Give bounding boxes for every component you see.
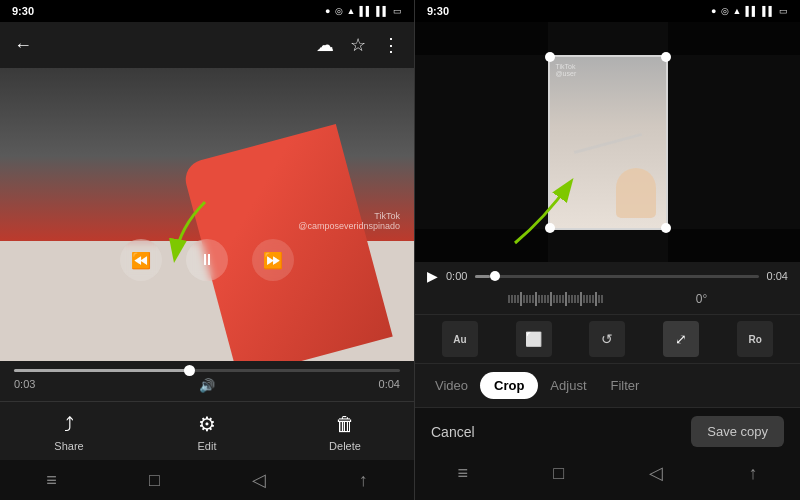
nav-back-icon[interactable]: ◁ — [252, 469, 266, 491]
watermark-line2: @camposeveridnspinado — [298, 221, 400, 231]
tab-video[interactable]: Video — [423, 370, 480, 401]
right-panel: 9:30 ● ◎ ▲ ▌▌ ▌▌ ▭ TikTok @u — [415, 0, 800, 500]
left-status-icons: ● ◎ ▲ ▌▌ ▌▌ ▭ — [325, 6, 402, 16]
share-icon: ⤴ — [64, 413, 74, 436]
left-nav-bar: ≡ □ ◁ ↑ — [0, 460, 414, 500]
angle-value: 0° — [696, 292, 707, 306]
right-timeline-fill — [475, 275, 489, 278]
crop-resize-tool-button[interactable]: ⤢ — [663, 321, 699, 357]
crop-corner-br[interactable] — [661, 223, 671, 233]
delete-icon: 🗑 — [335, 413, 355, 436]
screen-container: 9:30 ● ◎ ▲ ▌▌ ▌▌ ▭ ← ☁ ☆ ⋮ — [0, 0, 800, 500]
delete-label: Delete — [329, 440, 361, 452]
current-time: 0:03 — [14, 378, 35, 393]
video-area: ⏪ ⏸ ⏩ TikTok @camposeveridnspinado — [0, 68, 414, 361]
right-status-icons: ● ◎ ▲ ▌▌ ▌▌ ▭ — [711, 6, 788, 16]
timeline-area: 0:03 🔊 0:04 — [0, 361, 414, 401]
right-bottom-bar: Cancel Save copy — [415, 407, 800, 455]
edit-label: Edit — [198, 440, 217, 452]
more-icon[interactable]: ⋮ — [382, 34, 400, 56]
inner-watermark: TikTok @user — [556, 63, 577, 77]
video-preview-area: TikTok @user — [415, 22, 800, 262]
dim-bottom — [415, 229, 800, 262]
nav-home-icon[interactable]: □ — [149, 470, 160, 491]
right-nav-home-icon[interactable]: □ — [553, 463, 564, 484]
timeline-progress — [14, 369, 188, 372]
timeline-dot — [184, 365, 195, 376]
left-status-time: 9:30 — [12, 5, 34, 17]
dim-left — [415, 22, 548, 262]
dim-top — [415, 22, 800, 55]
playback-controls: ⏪ ⏸ ⏩ — [0, 239, 414, 281]
pause-button[interactable]: ⏸ — [186, 239, 228, 281]
timeline-bar[interactable] — [14, 369, 400, 372]
top-bar-icons: ☁ ☆ ⋮ — [316, 34, 400, 56]
right-status-bar: 9:30 ● ◎ ▲ ▌▌ ▌▌ ▭ — [415, 0, 800, 22]
preview-inner: TikTok @user — [550, 57, 666, 228]
left-top-bar: ← ☁ ☆ ⋮ — [0, 22, 414, 68]
nav-up-icon[interactable]: ↑ — [359, 470, 368, 491]
right-play-button[interactable]: ▶ — [427, 268, 438, 284]
right-nav-bar: ≡ □ ◁ ↑ — [415, 455, 800, 491]
right-total-time: 0:04 — [767, 270, 788, 282]
rewind-button[interactable]: ⏪ — [120, 239, 162, 281]
total-time: 0:04 — [379, 378, 400, 393]
angle-ruler — [508, 292, 688, 306]
nav-menu-icon[interactable]: ≡ — [46, 470, 57, 491]
hand-shape — [616, 168, 656, 218]
frame-tool-button[interactable]: ⬜ — [516, 321, 552, 357]
right-status-time: 9:30 — [427, 5, 449, 17]
star-icon[interactable]: ☆ — [350, 34, 366, 56]
edit-action[interactable]: ⚙ Edit — [177, 412, 237, 452]
timeline-times: 0:03 🔊 0:04 — [14, 378, 400, 393]
right-timeline-dot — [490, 271, 500, 281]
rotate-right-tool-button[interactable]: Ro — [737, 321, 773, 357]
crop-frame[interactable]: TikTok @user — [548, 55, 668, 230]
cancel-button[interactable]: Cancel — [431, 424, 475, 440]
tiktok-watermark: TikTok @camposeveridnspinado — [298, 211, 400, 231]
share-label: Share — [54, 440, 83, 452]
right-playback: ▶ 0:00 0:04 — [427, 268, 788, 284]
save-copy-button[interactable]: Save copy — [691, 416, 784, 447]
crop-corner-bl[interactable] — [545, 223, 555, 233]
rotate-tool-button[interactable]: ↺ — [589, 321, 625, 357]
crop-corner-tl[interactable] — [545, 52, 555, 62]
share-action[interactable]: ⤴ Share — [39, 413, 99, 452]
tool-row: Au ⬜ ↺ ⤢ Ro — [415, 314, 800, 363]
right-nav-back-icon[interactable]: ◁ — [649, 462, 663, 484]
right-timeline: ▶ 0:00 0:04 — [415, 262, 800, 314]
object-line — [573, 133, 641, 154]
upload-icon[interactable]: ☁ — [316, 34, 334, 56]
right-nav-up-icon[interactable]: ↑ — [748, 463, 757, 484]
watermark-line1: TikTok — [298, 211, 400, 221]
audio-tool-button[interactable]: Au — [442, 321, 478, 357]
right-timeline-bar[interactable] — [475, 275, 758, 278]
forward-button[interactable]: ⏩ — [252, 239, 294, 281]
edit-icon: ⚙ — [198, 412, 216, 436]
tab-crop[interactable]: Crop — [480, 372, 538, 399]
back-button[interactable]: ← — [14, 35, 32, 56]
right-current-time: 0:00 — [446, 270, 467, 282]
bottom-actions: ⤴ Share ⚙ Edit 🗑 Delete — [0, 401, 414, 460]
tab-adjust[interactable]: Adjust — [538, 370, 598, 401]
volume-icon[interactable]: 🔊 — [199, 378, 215, 393]
right-nav-menu-icon[interactable]: ≡ — [458, 463, 469, 484]
angle-row: 0° — [427, 288, 788, 310]
dim-right — [668, 22, 801, 262]
left-status-bar: 9:30 ● ◎ ▲ ▌▌ ▌▌ ▭ — [0, 0, 414, 22]
crop-corner-tr[interactable] — [661, 52, 671, 62]
delete-action[interactable]: 🗑 Delete — [315, 413, 375, 452]
tab-row: Video Crop Adjust Filter — [415, 363, 800, 407]
tab-filter[interactable]: Filter — [599, 370, 652, 401]
left-panel: 9:30 ● ◎ ▲ ▌▌ ▌▌ ▭ ← ☁ ☆ ⋮ — [0, 0, 415, 500]
